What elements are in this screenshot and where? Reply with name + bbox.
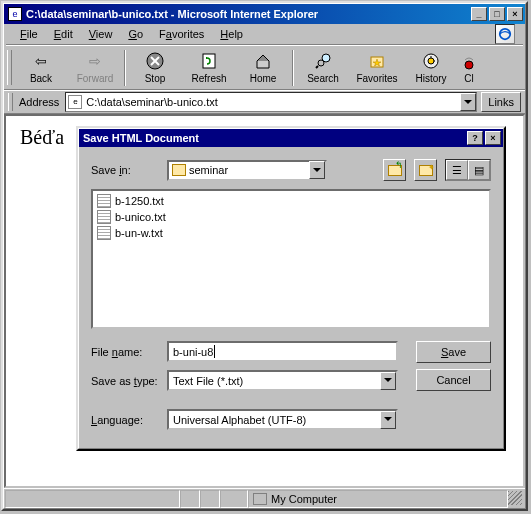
savein-label: Save in: — [91, 164, 159, 176]
menu-help[interactable]: Help — [212, 26, 251, 42]
list-view-icon: ☰ — [452, 164, 462, 177]
language-label: Language: — [91, 414, 159, 426]
statusbar: My Computer — [4, 488, 525, 508]
maximize-button[interactable]: □ — [489, 7, 505, 21]
my-computer-icon — [253, 493, 267, 505]
history-button[interactable]: History — [405, 48, 457, 88]
address-bar: Address e C:\data\seminar\b-unico.txt Li… — [4, 90, 525, 114]
svg-point-6 — [318, 60, 324, 66]
menu-go[interactable]: Go — [120, 26, 151, 42]
home-button[interactable]: Home — [237, 48, 289, 88]
dialog-titlebar: Save HTML Document ? × — [79, 129, 503, 147]
content-area: Béďa Save HTML Document ? × Save in: sem… — [4, 114, 525, 488]
status-zone: My Computer — [248, 490, 508, 508]
window-title: C:\data\seminar\b-unico.txt - Microsoft … — [26, 8, 471, 20]
list-item[interactable]: b-un-w.txt — [95, 225, 487, 241]
ie-logo-icon — [495, 24, 515, 44]
text-file-icon — [97, 194, 111, 208]
close-button[interactable]: × — [507, 7, 523, 21]
favorites-icon — [367, 51, 387, 71]
channels-icon — [459, 51, 479, 71]
titlebar: e C:\data\seminar\b-unico.txt - Microsof… — [4, 4, 525, 24]
filename-input[interactable]: b-uni-u8 — [167, 341, 398, 362]
dialog-help-button[interactable]: ? — [467, 131, 483, 145]
file-list[interactable]: b-1250.txt b-unico.txt b-un-w.txt — [91, 189, 491, 329]
main-window: e C:\data\seminar\b-unico.txt - Microsof… — [1, 1, 528, 511]
back-button[interactable]: ⇦ Back — [15, 48, 67, 88]
language-dropdown-button[interactable] — [380, 411, 396, 429]
text-file-icon — [97, 210, 111, 224]
folder-icon — [172, 164, 186, 176]
save-button[interactable]: Save — [416, 341, 491, 363]
up-folder-button[interactable] — [383, 159, 406, 181]
details-view-icon: ▤ — [474, 164, 484, 177]
toolbar: ⇦ Back ⇨ Forward Stop Refresh Home — [4, 46, 525, 90]
home-icon — [253, 51, 273, 71]
new-folder-icon — [419, 165, 433, 176]
document-icon: e — [68, 95, 82, 109]
saveastype-label: Save as type: — [91, 375, 159, 387]
links-button[interactable]: Links — [481, 92, 521, 112]
search-icon — [313, 51, 333, 71]
menu-favorites[interactable]: Favorites — [151, 26, 212, 42]
language-combo[interactable]: Universal Alphabet (UTF-8) — [167, 409, 398, 430]
dialog-title: Save HTML Document — [83, 132, 467, 144]
refresh-icon — [199, 51, 219, 71]
svg-point-12 — [428, 58, 434, 64]
saveastype-combo[interactable]: Text File (*.txt) — [167, 370, 398, 391]
save-dialog: Save HTML Document ? × Save in: seminar — [76, 126, 506, 451]
back-arrow-icon: ⇦ — [31, 51, 51, 71]
filename-label: File name: — [91, 346, 159, 358]
status-panel-3 — [200, 490, 220, 508]
status-panel-4 — [220, 490, 248, 508]
app-icon: e — [8, 7, 22, 21]
text-file-icon — [97, 226, 111, 240]
savein-combo[interactable]: seminar — [167, 160, 327, 181]
svg-point-0 — [500, 29, 511, 40]
status-panel-1 — [5, 490, 180, 508]
status-panel-2 — [180, 490, 200, 508]
address-combo[interactable]: e C:\data\seminar\b-unico.txt — [65, 92, 477, 112]
address-label: Address — [17, 96, 61, 108]
svg-line-7 — [316, 66, 318, 68]
channels-button[interactable]: Cl — [459, 48, 479, 88]
svg-point-13 — [465, 61, 473, 69]
favorites-button[interactable]: Favorites — [351, 48, 403, 88]
address-dropdown-button[interactable] — [460, 93, 476, 111]
menu-file[interactable]: File — [12, 26, 46, 42]
menubar: File Edit View Go Favorites Help — [4, 24, 525, 44]
status-text: My Computer — [271, 493, 337, 505]
saveastype-dropdown-button[interactable] — [380, 372, 396, 390]
new-folder-button[interactable] — [414, 159, 437, 181]
search-button[interactable]: Search — [297, 48, 349, 88]
forward-arrow-icon: ⇨ — [85, 51, 105, 71]
address-value: C:\data\seminar\b-unico.txt — [84, 96, 460, 108]
svg-rect-4 — [203, 54, 215, 68]
refresh-button[interactable]: Refresh — [183, 48, 235, 88]
minimize-button[interactable]: _ — [471, 7, 487, 21]
stop-icon — [145, 51, 165, 71]
up-folder-icon — [388, 165, 402, 176]
list-view-button[interactable]: ☰ — [446, 160, 468, 180]
resize-grip[interactable] — [508, 491, 522, 505]
history-icon — [421, 51, 441, 71]
details-view-button[interactable]: ▤ — [468, 160, 490, 180]
forward-button[interactable]: ⇨ Forward — [69, 48, 121, 88]
list-item[interactable]: b-1250.txt — [95, 193, 487, 209]
dialog-close-button[interactable]: × — [485, 131, 501, 145]
cancel-button[interactable]: Cancel — [416, 369, 491, 391]
list-item[interactable]: b-unico.txt — [95, 209, 487, 225]
menu-edit[interactable]: Edit — [46, 26, 81, 42]
menu-view[interactable]: View — [81, 26, 121, 42]
savein-dropdown-button[interactable] — [309, 161, 325, 179]
stop-button[interactable]: Stop — [129, 48, 181, 88]
